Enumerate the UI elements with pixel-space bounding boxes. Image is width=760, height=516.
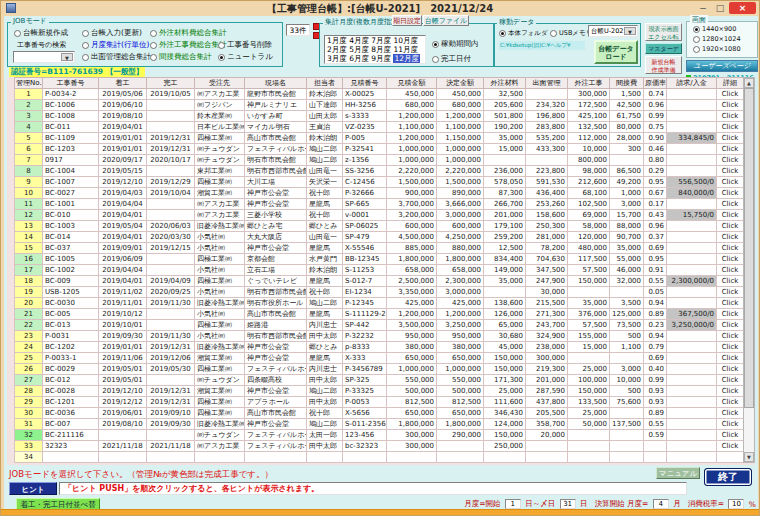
radio-delete-number[interactable]: 工事番号削除 [218, 40, 272, 50]
chevron-down-icon[interactable]: ▼ [624, 27, 636, 35]
detail-click-cell[interactable]: Click [717, 364, 744, 375]
detail-click-cell[interactable]: Click [717, 155, 744, 166]
month-line-prefix[interactable]: 3月度 6月度 9月度 [327, 54, 391, 63]
table-cell: P-3456789 [343, 364, 387, 375]
fiscal-start-month-field[interactable]: 4 [653, 499, 669, 509]
hint-push-button[interactable]: ヒント PUSH [9, 482, 57, 495]
detail-click-cell[interactable]: Click [717, 375, 744, 386]
exit-button[interactable]: 終了 [704, 468, 752, 486]
detail-click-cell[interactable]: Click [717, 177, 744, 188]
detail-click-cell[interactable]: Click [717, 144, 744, 155]
load-ledger-line2: ロード [605, 53, 626, 61]
minimize-icon[interactable]: − [695, 2, 711, 14]
detail-click-cell[interactable]: Click [717, 408, 744, 419]
radio-material-total[interactable]: 外注材料費総合集計 [150, 28, 227, 38]
detail-click-cell[interactable]: Click [717, 419, 744, 430]
detail-click-cell[interactable]: Click [717, 331, 744, 342]
detail-click-cell[interactable]: Click [717, 309, 744, 320]
month-start-day-field[interactable]: 1 [505, 499, 521, 509]
detail-click-cell[interactable]: Click [717, 441, 744, 452]
radio-subcontract-total[interactable]: 外注工事費総合集計 [150, 40, 227, 50]
scroll-up-icon[interactable]: ▲ [744, 78, 754, 88]
month-line[interactable]: 1月度 4月度 7月度 10月度 [327, 36, 423, 45]
detail-click-cell[interactable]: Click [717, 276, 744, 287]
detail-click-cell[interactable]: Click [717, 353, 744, 364]
date-setting-button[interactable]: 期日設定 [392, 15, 422, 26]
detail-click-cell[interactable]: Click [717, 89, 744, 100]
detail-click-cell[interactable]: Click [717, 287, 744, 298]
table-cell [147, 199, 195, 210]
radio-attendance-total[interactable]: 出面管理総合集計 [82, 52, 151, 62]
tax-rate-field[interactable]: 10 [728, 499, 744, 509]
close-icon[interactable]: × [729, 2, 756, 14]
table-cell [484, 155, 526, 166]
closing-day-field[interactable]: 31 [560, 499, 576, 509]
table-cell: 0.80 [644, 155, 667, 166]
table-cell: 2,220,000 [437, 166, 484, 177]
detail-click-cell[interactable]: Click [717, 397, 744, 408]
table-cell: アプラホール [245, 397, 307, 408]
detail-click-cell[interactable]: Click [717, 188, 744, 199]
detail-click-cell[interactable]: Click [717, 320, 744, 331]
radio-new-ledger[interactable]: 台帳新規作成 [14, 28, 68, 38]
radio-usb-memory[interactable]: USBメモリ [550, 29, 592, 38]
vertical-scrollbar[interactable]: ▲ ▼ [743, 77, 755, 463]
detail-click-cell[interactable]: Click [717, 199, 744, 210]
detail-click-cell[interactable]: Click [717, 100, 744, 111]
manual-button[interactable]: マニュアル [656, 467, 700, 479]
radio-overhead-total[interactable]: 間接費総合集計 [150, 52, 212, 62]
table-cell: 2019/05/30 [147, 364, 195, 375]
table-cell [245, 452, 307, 463]
detail-click-cell[interactable]: Click [717, 166, 744, 177]
radio-local-folder[interactable]: 本体フォルダ [499, 29, 548, 38]
user-page-button[interactable]: ユーザーズページ [686, 60, 758, 72]
detail-click-cell[interactable]: Click [717, 298, 744, 309]
detail-click-cell[interactable]: Click [717, 254, 744, 265]
ledger-file-button[interactable]: 台帳ファイル作成 [423, 15, 469, 26]
detail-click-cell[interactable]: Click [717, 386, 744, 397]
radio-neutral[interactable]: ニュートラル [218, 52, 273, 62]
month-selected[interactable]: 12月度 [393, 54, 420, 63]
detail-click-cell[interactable]: Click [717, 111, 744, 122]
master-data-button[interactable]: マスターデータ [645, 43, 682, 54]
detail-click-cell[interactable]: Click [717, 265, 744, 276]
radio-ledger-input[interactable]: 台帳入力(更新) [82, 28, 142, 38]
month-line[interactable]: 3月度 6月度 9月度 12月度 [327, 54, 423, 63]
detail-click-cell[interactable]: Click [717, 210, 744, 221]
month-line[interactable]: 2月度 5月度 8月度 11月度 [327, 45, 423, 54]
detail-click-cell[interactable]: Click [717, 122, 744, 133]
detail-click-cell[interactable]: Click [717, 430, 744, 441]
ledger-select[interactable]: 台帳U-2021▼ [588, 25, 638, 37]
radio-monthly-total[interactable]: 月度集計(行単位) [82, 40, 149, 50]
table-cell: ㈱チュウダン [195, 375, 245, 386]
table-cell: 旧菱冷熱工業㈱ [195, 342, 245, 353]
table-cell: 1,100,000 [387, 122, 437, 133]
detail-click-cell[interactable]: Click [717, 342, 744, 353]
new-ledger-prep-button[interactable]: 新規台帳作成準備 [645, 56, 682, 74]
excel-copy-button[interactable]: 現表示画面エクセル転写 [645, 23, 682, 41]
table-row: 15BC-0372019/09/012019/12/15小気社㈱神戸市公会堂星龍… [15, 243, 744, 254]
maximize-icon[interactable]: □ [712, 2, 728, 14]
month-listbox[interactable]: 1月度 4月度 7月度 10月度 2月度 5月度 8月度 11月度 3月度 6月… [324, 35, 426, 64]
search-combobox[interactable]: ▼ [13, 51, 75, 63]
load-ledger-button[interactable]: 台帳データロード [594, 40, 638, 64]
detail-click-cell[interactable]: Click [717, 232, 744, 243]
radio-label: 完工日付 [441, 54, 471, 64]
table-cell: 神戸市公会堂 [245, 188, 307, 199]
table-cell: 300 [610, 144, 644, 155]
detail-click-cell[interactable]: Click [717, 221, 744, 232]
detail-click-cell[interactable]: Click [717, 243, 744, 254]
scrollbar-thumb[interactable] [744, 88, 754, 408]
radio-res-1280[interactable]: 1280×1024 [693, 35, 741, 43]
table-cell: SP-442 [343, 320, 387, 331]
radio-active-period[interactable]: 稼動期間内 [432, 39, 479, 49]
detail-click-cell[interactable]: Click [717, 133, 744, 144]
table-cell: ぐっでいテレビ [245, 276, 307, 287]
scroll-down-icon[interactable]: ▼ [744, 452, 754, 462]
radio-completion-date[interactable]: 完工日付 [432, 54, 471, 64]
chevron-down-icon[interactable]: ▼ [61, 53, 73, 61]
radio-res-1440[interactable]: 1440×900 [693, 25, 736, 33]
radio-res-1920[interactable]: 1920×1080 [693, 45, 741, 53]
table-cell: 旧菱冷熱工業㈱ [195, 419, 245, 430]
table-cell: BC-005 [43, 309, 99, 320]
